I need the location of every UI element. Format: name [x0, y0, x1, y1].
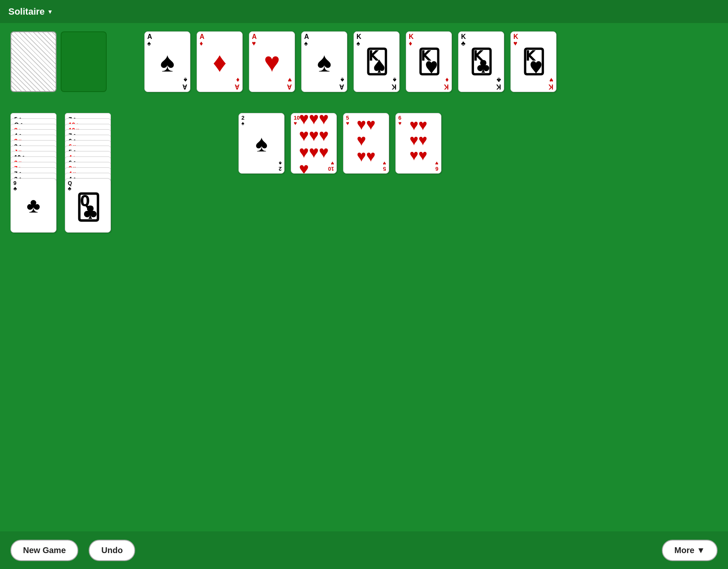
card-center-suit: ♠: [160, 48, 175, 75]
card-rank-top: 2♠: [241, 115, 244, 126]
card-rank-bottom: K♠: [392, 77, 397, 90]
king-illustration: 🃞: [463, 40, 500, 83]
card-rank-bottom: 5♥: [383, 161, 386, 172]
foundation-ace-spades-2[interactable]: A♠ ♠ A♠: [301, 31, 347, 92]
more-button[interactable]: More ▼: [662, 540, 718, 561]
card-rank-bottom: A♥: [287, 77, 292, 90]
card-rank-bottom: 10♥: [328, 161, 334, 172]
app-title[interactable]: Solitaire ▼: [8, 6, 53, 17]
foundation-ace-spades[interactable]: A♠ ♠ A♠: [144, 31, 190, 92]
stock-card[interactable]: [10, 31, 56, 92]
bottom-bar: New Game Undo More ▼: [0, 531, 728, 569]
card-center-suit: ♦: [213, 48, 226, 75]
foundation-king-diamonds[interactable]: K♦ 🂾 K♦: [406, 31, 452, 92]
card-rank-bottom: A♠: [339, 77, 344, 90]
tableau-col-2: 7 ♣ 10 ♦ 10 ♥ 7 ♣ 6 ♣ 6 ♥ 5 ♣ 4 ♦ 6 ♣ 2 …: [65, 113, 113, 233]
game-area: A♠ ♠ A♠ A♦ ♦ A♦ A♥ ♥ A♥ A♠ ♠ A♠ K♠ 🂮 K♠: [0, 23, 728, 531]
left-buttons: New Game Undo: [10, 540, 139, 561]
card-center: ♠: [255, 132, 267, 155]
right-buttons: More ▼: [662, 540, 718, 561]
tableau-card-last-queen[interactable]: Q♣ 🃝: [65, 178, 111, 233]
king-illustration: 🂾: [515, 40, 552, 83]
foundation-ace-diamonds[interactable]: A♦ ♦ A♦: [197, 31, 243, 92]
col2-stack: 7 ♣ 10 ♦ 10 ♥ 7 ♣ 6 ♣ 6 ♥ 5 ♣ 4 ♦ 6 ♣ 2 …: [65, 113, 113, 233]
card-rank-top: 9♣: [13, 180, 17, 191]
tableau-area: 5 ♣ Q ♣ 8 ♦ 4 ♣ 8 ♥ 3 ♣ J ♥ 10 ♣ 2 ♥ 7 ♦…: [10, 113, 113, 233]
col1-stack: 5 ♣ Q ♣ 8 ♦ 4 ♣ 8 ♥ 3 ♣ J ♥ 10 ♣ 2 ♥ 7 ♦…: [10, 113, 59, 233]
extra-pile-5hearts[interactable]: 5♥ ♥♥♥♥♥ 5♥: [343, 113, 389, 174]
card-rank-bottom: K♣: [496, 77, 501, 90]
new-game-button[interactable]: New Game: [10, 540, 78, 561]
card-rank-top: 5♥: [346, 115, 349, 126]
foundation-ace-hearts[interactable]: A♥ ♥ A♥: [249, 31, 295, 92]
card-rank-bottom: 2♠: [279, 161, 282, 172]
card-back-pattern: [11, 32, 56, 91]
card-rank-bottom: A♦: [235, 77, 240, 90]
foundation-king-spades[interactable]: K♠ 🂮 K♠: [354, 31, 400, 92]
waste-pile-empty: [61, 31, 107, 92]
card-center-suit: ♥: [264, 48, 280, 75]
card-rank-top: A♥: [252, 33, 257, 47]
king-illustration: 🂮: [358, 40, 395, 83]
foundation-king-hearts[interactable]: K♥ 🂾 K♥: [510, 31, 556, 92]
card-center: ♥♥♥♥♥: [356, 116, 375, 164]
foundation-king-clubs[interactable]: K♣ 🃞 K♣: [458, 31, 504, 92]
tableau-col-1: 5 ♣ Q ♣ 8 ♦ 4 ♣ 8 ♥ 3 ♣ J ♥ 10 ♣ 2 ♥ 7 ♦…: [10, 113, 59, 233]
card-center: ♥♥♥♥♥♥: [410, 118, 428, 163]
tableau-card-last[interactable]: 9♣ ♣: [10, 178, 56, 233]
title-dropdown-arrow: ▼: [47, 8, 53, 15]
undo-button[interactable]: Undo: [89, 540, 135, 561]
foundation-area: A♠ ♠ A♠ A♦ ♦ A♦ A♥ ♥ A♥ A♠ ♠ A♠ K♠ 🂮 K♠: [144, 31, 556, 92]
card-center: ♣: [27, 195, 41, 216]
extra-pile-6hearts[interactable]: 6♥ ♥♥♥♥♥♥ 6♥: [395, 113, 441, 174]
card-rank-top: A♠: [147, 33, 152, 47]
card-rank-bottom: K♥: [549, 77, 554, 90]
card-rank-top: 6♥: [398, 115, 402, 126]
title-text: Solitaire: [8, 6, 45, 17]
card-rank-top: A♠: [304, 33, 309, 47]
card-center: ♥♥♥♥♥♥♥♥♥♥: [299, 113, 328, 174]
card-rank-bottom: A♠: [182, 77, 187, 90]
king-illustration: 🂾: [410, 40, 447, 83]
extra-pile-2spades[interactable]: 2♠ ♠ 2♠: [238, 113, 285, 174]
card-center-suit: ♠: [317, 48, 332, 75]
card-rank-bottom: 6♥: [435, 161, 438, 172]
card-rank-bottom: K♦: [444, 77, 449, 90]
extra-pile-10hearts[interactable]: 10♥ ♥♥♥♥♥♥♥♥♥♥ 10♥: [291, 113, 337, 174]
queen-illustration: 🃝: [69, 186, 107, 229]
header: Solitaire ▼: [0, 0, 728, 23]
card-rank-top: A♦: [200, 33, 205, 47]
